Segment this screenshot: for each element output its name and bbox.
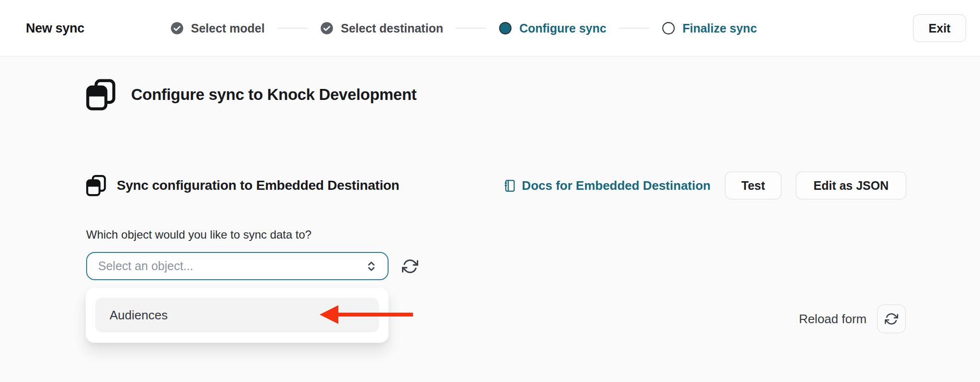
section-actions: Docs for Embedded Destination Test Edit … (503, 172, 906, 199)
reload-form-label: Reload form (799, 312, 867, 327)
wizard-title: New sync (26, 21, 84, 35)
docs-link-label: Docs for Embedded Destination (522, 178, 711, 193)
reload-form-group: Reload form (799, 305, 906, 333)
edit-as-json-button[interactable]: Edit as JSON (796, 172, 906, 199)
section-title-group: Sync configuration to Embedded Destinati… (86, 175, 400, 196)
check-circle-icon (320, 22, 334, 35)
wizard-header: New sync Select model Select destination… (0, 0, 980, 56)
exit-button[interactable]: Exit (913, 14, 966, 42)
step-finalize-sync[interactable]: Finalize sync (662, 22, 757, 35)
step-label: Finalize sync (682, 22, 757, 35)
step-connector (456, 28, 486, 29)
reload-form-button[interactable] (877, 305, 906, 333)
step-label: Configure sync (519, 22, 606, 35)
step-connector (619, 28, 649, 29)
page-heading-row: Configure sync to Knock Development (86, 79, 416, 110)
red-left-arrow (319, 304, 414, 326)
section-title: Sync configuration to Embedded Destinati… (117, 178, 400, 193)
sync-config-section-header: Sync configuration to Embedded Destinati… (86, 172, 906, 199)
step-label: Select destination (341, 22, 443, 35)
test-button[interactable]: Test (725, 172, 781, 199)
stacked-windows-icon (86, 175, 106, 196)
step-label: Select model (191, 22, 265, 35)
step-select-model[interactable]: Select model (170, 22, 265, 35)
refresh-objects-icon[interactable] (402, 258, 418, 274)
stacked-windows-icon (86, 79, 116, 110)
page-heading: Configure sync to Knock Development (131, 86, 416, 104)
step-select-destination[interactable]: Select destination (320, 22, 443, 35)
step-connector (277, 28, 308, 29)
empty-circle-icon (662, 22, 675, 35)
object-select[interactable]: Select an object... (86, 252, 389, 280)
stepper: Select model Select destination Configur… (170, 0, 757, 56)
refresh-cycle-icon (885, 312, 898, 326)
up-down-chevrons-icon (365, 260, 378, 273)
docs-link[interactable]: Docs for Embedded Destination (503, 178, 711, 193)
notebook-icon (503, 179, 516, 192)
check-circle-icon (170, 22, 184, 35)
filled-dot-icon (499, 22, 512, 35)
step-configure-sync[interactable]: Configure sync (499, 22, 606, 35)
object-question-label: Which object would you like to sync data… (86, 228, 312, 241)
select-placeholder: Select an object... (98, 259, 193, 273)
main-content: Configure sync to Knock Development Sync… (0, 57, 980, 382)
